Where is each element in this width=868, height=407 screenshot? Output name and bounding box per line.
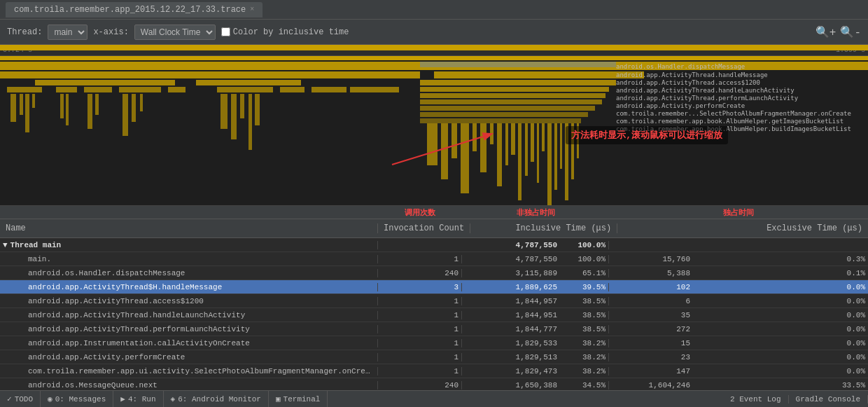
status-bar-item[interactable]: ✓TODO [0,391,41,407]
column-headers: Name Invocation Count Inclusive Time (μs… [0,219,868,238]
svg-rect-28 [542,123,545,151]
svg-rect-5 [35,80,175,85]
cell-exclusive: 15 [609,339,693,347]
method-name: android.app.Instrumentation.callActivity… [14,339,250,347]
col-name-header[interactable]: Name [0,223,378,233]
svg-rect-44 [350,87,399,92]
svg-rect-50 [66,94,69,125]
svg-rect-52 [95,94,99,115]
svg-text:android.app.ActivityThread.han: android.app.ActivityThread.handleLaunchA… [616,87,794,94]
status-bar-item[interactable]: ◉0: Messages [41,391,113,407]
table-row[interactable]: android.os.Handler.dispatchMessage 240 3… [0,266,868,280]
status-bar-item[interactable]: ▣Terminal [269,391,328,407]
cell-exclusive-pct: 0.0% [693,339,868,347]
title-bar: com.troila.remember.app_2015.12.22_17.33… [0,0,868,20]
cell-inclusive-pct: 38.5% [560,311,609,319]
status-icon: ◉ [48,394,52,403]
column-header-area: 调用次数 非独占时间 独占时间 Name Invocation Count In… [0,206,868,238]
svg-rect-24 [518,123,522,200]
method-name: android.app.ActivityThread.handleLaunchA… [14,311,245,319]
svg-rect-29 [547,123,552,206]
cell-name: com.troila.remember.app.ui.activity.Sele… [0,367,378,375]
zoom-out-icon[interactable]: 🔍- [840,25,861,39]
top-yellow-bar [0,45,868,50]
sub-header-row: 调用次数 非独占时间 独占时间 [0,206,868,219]
table-row[interactable]: com.troila.remember.app.ui.activity.Sele… [0,364,868,378]
title-tab[interactable]: com.troila.remember.app_2015.12.22_17.33… [6,2,262,18]
svg-rect-58 [240,94,244,118]
svg-rect-36 [7,87,42,92]
col-exclusive-header[interactable]: Exclusive Time (μs) [617,223,868,233]
svg-rect-8 [420,87,609,92]
svg-rect-25 [525,123,528,176]
svg-text:android.app.ActivityThread.per: android.app.ActivityThread.performLaunch… [616,95,799,102]
svg-text:com.troila.remember...SelectPh: com.troila.remember...SelectPhotoAlbumFr… [616,110,851,117]
thread-select[interactable]: main [48,25,88,40]
status-right-items: 2 Event LogGradle Console [723,395,868,403]
status-bar: ✓TODO◉0: Messages▶4: Run◈6: Android Moni… [0,390,868,407]
svg-rect-23 [511,123,515,155]
method-name: android.app.ActivityThread.access$1200 [14,297,204,305]
col-inclusive-header[interactable]: Inclusive Time (μs) [470,223,617,233]
cell-invocation: 1 [378,255,462,263]
exclusive-zh-label: 独占时间 [609,207,868,218]
cell-invocation: 240 [378,381,462,389]
flame-chart[interactable]: android.os.Handler.dispatchMessage andro… [0,56,868,206]
status-bar-item[interactable]: ◈6: Android Monitor [164,391,269,407]
status-right-item[interactable]: 2 Event Log [723,395,789,403]
cell-exclusive-pct: 0.0% [693,367,868,375]
cell-exclusive: 23 [609,353,693,361]
col-invocation-header[interactable]: Invocation Count [378,223,470,233]
timeline-area[interactable]: 0.724 s 1.599 s [0,45,868,206]
svg-rect-55 [140,94,143,111]
cell-name: android.os.Handler.dispatchMessage [0,269,378,277]
cell-exclusive: 102 [609,283,693,291]
xaxis-label: x-axis: [93,27,128,37]
xaxis-select[interactable]: Wall Clock Time [134,25,216,40]
status-label: Terminal [284,395,321,403]
status-right-item[interactable]: Gradle Console [789,395,868,403]
svg-text:android.app.ActivityThread.han: android.app.ActivityThread.handleMessage [616,71,768,78]
status-bar-item[interactable]: ▶4: Run [113,391,163,407]
cell-inclusive: 1,844,777 [462,325,560,333]
tooltip-annotation: 方法耗时显示,滚动鼠标可以进行缩放 [566,126,728,144]
cell-inclusive-pct: 34.5% [560,381,609,389]
method-name: android.app.ActivityThread.performLaunch… [14,325,250,333]
cell-exclusive-pct: 0.0% [693,283,868,291]
toolbar: Thread: main x-axis: Wall Clock Time Col… [0,20,868,45]
color-checkbox-label[interactable]: Color by inclusive time [221,27,349,37]
zoom-in-icon[interactable]: 🔍+ [816,25,836,39]
thread-arrow-icon: ▼ [3,241,8,249]
cell-inclusive-pct: 38.2% [560,339,609,347]
color-checkbox[interactable] [221,27,230,36]
table-row[interactable]: android.app.ActivityThread.handleLaunchA… [0,308,868,322]
cell-invocation: 1 [378,339,462,347]
status-label: 0: Messages [55,395,106,403]
svg-rect-27 [537,123,539,183]
status-items: ✓TODO◉0: Messages▶4: Run◈6: Android Moni… [0,391,328,407]
table-row[interactable]: android.app.ActivityThread$H.handleMessa… [0,280,868,294]
cell-inclusive: 1,844,957 [462,297,560,305]
svg-rect-47 [25,94,29,132]
table-row[interactable]: ▼Thread main 4,787,550 100.0% [0,238,868,252]
svg-rect-40 [168,87,186,92]
cell-exclusive: 272 [609,325,693,333]
cell-name: main. [0,255,378,263]
cell-exclusive: 35 [609,311,693,319]
svg-text:com.troila.remember.app.book.A: com.troila.remember.app.book.AlbumHelper… [616,118,844,125]
svg-rect-56 [220,94,227,129]
table-row[interactable]: android.app.ActivityThread.performLaunch… [0,322,868,336]
svg-rect-9 [420,93,606,98]
status-icon: ▣ [276,394,281,403]
cell-exclusive-pct: 33.5% [693,381,868,389]
table-row[interactable]: android.app.ActivityThread.access$1200 1… [0,294,868,308]
cell-inclusive-pct: 38.5% [560,297,609,305]
table-row[interactable]: main. 1 4,787,550 100.0% 15,760 0.3% [0,252,868,266]
cell-invocation: 1 [378,353,462,361]
table-row[interactable]: android.app.Activity.performCreate 1 1,8… [0,350,868,364]
table-row[interactable]: android.app.Instrumentation.callActivity… [0,336,868,350]
inclusive-zh-label: 非独占时间 [462,207,609,218]
cell-inclusive: 4,787,550 [462,241,560,249]
table-container[interactable]: ▼Thread main 4,787,550 100.0% main. 1 4,… [0,238,868,407]
tab-close-icon[interactable]: × [250,6,254,13]
